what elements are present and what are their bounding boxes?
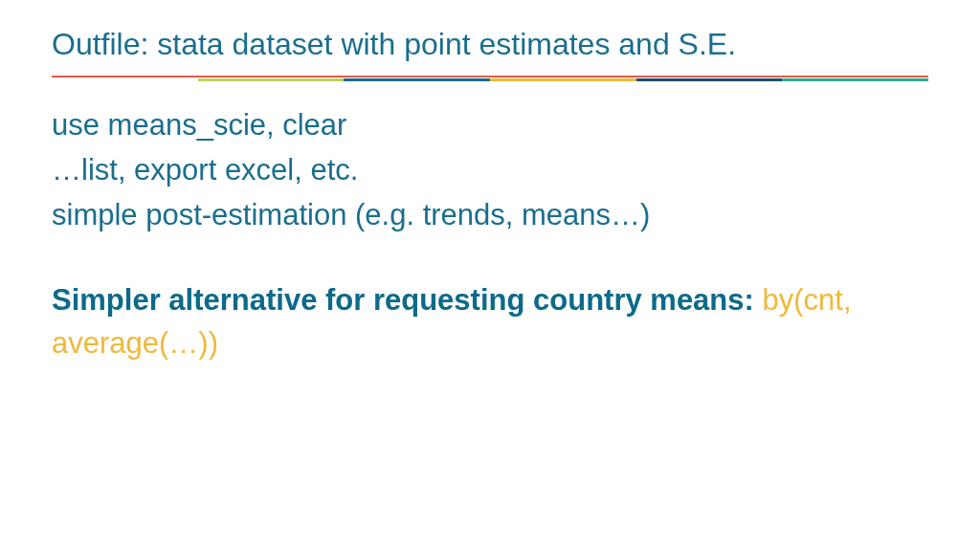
divider-seg-white: [52, 78, 198, 81]
divider-seg-lime: [198, 78, 345, 81]
body-line-3: simple post-estimation (e.g. trends, mea…: [52, 194, 928, 237]
spacer: [52, 239, 928, 279]
slide-title: Outfile: stata dataset with point estima…: [52, 27, 928, 62]
divider-color-segments: [52, 78, 928, 81]
divider-seg-yellow: [490, 78, 636, 81]
divider-seg-navy: [636, 78, 783, 81]
divider-red-line: [52, 76, 928, 77]
alternative-line: Simpler alternative for requesting count…: [52, 279, 928, 365]
body-line-1: use means_scie, clear: [52, 104, 928, 147]
alternative-bold: Simpler alternative for requesting count…: [52, 283, 762, 317]
divider-seg-blue: [344, 78, 490, 81]
divider-seg-teal: [782, 78, 928, 81]
divider-rule: [52, 76, 928, 81]
body-line-2: …list, export excel, etc.: [52, 149, 928, 192]
slide-body: use means_scie, clear …list, export exce…: [52, 104, 928, 365]
